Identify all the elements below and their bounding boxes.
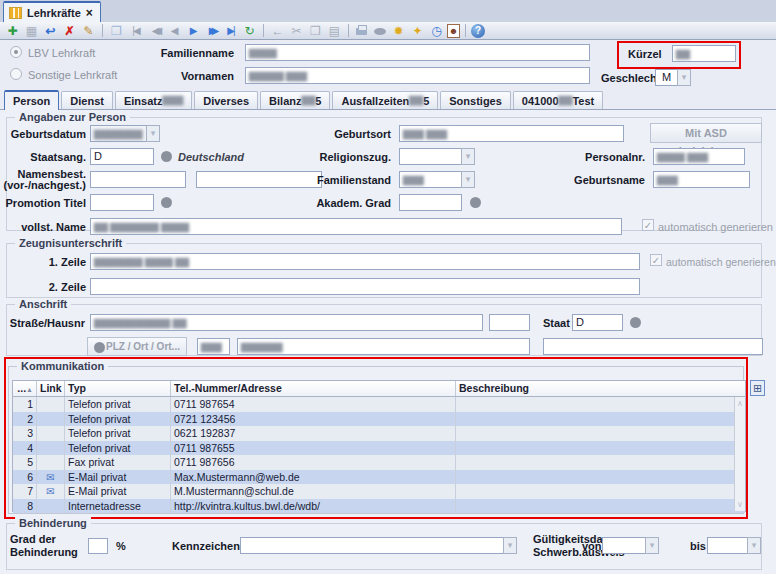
column-config-button[interactable]: ⊞ — [750, 380, 765, 396]
table-row[interactable]: 4 Telefon privat 0711 987655 — [13, 441, 745, 456]
tab-person[interactable]: Person — [4, 90, 59, 110]
table-row[interactable]: 8 Internetadresse http://kvintra.kultus.… — [13, 499, 745, 514]
view-icon[interactable] — [371, 23, 388, 39]
tab-test[interactable]: 041000▇▇Test — [513, 91, 603, 109]
tab-sonstiges[interactable]: Sonstiges — [440, 91, 511, 109]
staat-picker-icon[interactable] — [630, 317, 641, 328]
autogen-checkbox[interactable]: ✓ — [642, 219, 654, 231]
von-field[interactable] — [602, 537, 646, 554]
zeugnis-autogen-checkbox[interactable]: ✓ — [650, 254, 662, 266]
tab-bilanz[interactable]: Bilanz ▇▇5 — [260, 91, 330, 109]
bis-field[interactable] — [707, 537, 748, 554]
zeile2-field[interactable] — [90, 278, 640, 295]
table-row[interactable]: 7 ✉ E-Mail privat M.Mustermann@schul.de — [13, 484, 745, 499]
kennzeichen-dropdown-icon[interactable]: ▾ — [503, 537, 517, 554]
promotion-picker-icon[interactable] — [161, 197, 172, 208]
hint-icon[interactable]: ✹ — [390, 23, 407, 39]
geschlecht-field[interactable]: M — [655, 69, 678, 86]
table-row[interactable]: 5 Fax privat 0711 987656 — [13, 455, 745, 470]
table-row[interactable]: 2 Telefon privat 0721 123456 — [13, 412, 745, 427]
adresszusatz-field[interactable] — [543, 338, 763, 355]
namensbest-vor-field[interactable] — [90, 171, 186, 188]
geburtsdatum-field[interactable]: ▇▇▇▇▇▇▇ — [90, 125, 147, 142]
header-col-link[interactable]: Link — [37, 381, 65, 396]
vollst-name-field[interactable]: ▇▇ ▇▇▇▇▇▇▇ ▇▇▇▇ — [90, 218, 622, 235]
personalnr-field[interactable]: ▇▇▇▇ ▇▇▇ — [653, 148, 745, 165]
plz-ort-button[interactable]: PLZ / Ort / Ort... — [87, 337, 187, 356]
reminder-icon[interactable]: ◷ — [428, 23, 445, 39]
table-row[interactable]: 6 ✉ E-Mail privat Max.Mustermann@web.de — [13, 470, 745, 485]
scroll-down-icon[interactable]: ∨ — [735, 500, 745, 509]
header-col-beschreibung[interactable]: Beschreibung — [456, 381, 745, 396]
asd-abgleichen-button[interactable]: Mit ASD abgleichen... — [650, 123, 762, 143]
back-icon[interactable]: ← — [269, 23, 286, 39]
undo-icon[interactable]: ↩ — [42, 23, 59, 39]
new-record-icon[interactable]: ✚ — [4, 23, 21, 39]
ort-field[interactable]: ▇▇▇▇▇▇ — [237, 338, 530, 355]
prev-icon[interactable]: ◀ — [165, 23, 182, 39]
label-familienname: Familienname — [150, 47, 234, 59]
copy-icon[interactable]: ❐ — [307, 23, 324, 39]
zeile1-field[interactable]: ▇▇▇▇▇▇▇ ▇▇▇▇ ▇▇ — [90, 253, 640, 270]
akadem-grad-field[interactable] — [399, 194, 462, 211]
radio-sonstige-lehrkraft[interactable] — [10, 68, 22, 80]
fast-next-icon[interactable]: ▶▶ — [203, 23, 220, 39]
copy-record-icon[interactable]: ❐ — [108, 23, 125, 39]
tab-diverses[interactable]: Diverses — [194, 91, 258, 109]
religionszug-field[interactable] — [399, 148, 462, 165]
staatsang-field[interactable]: D — [90, 148, 154, 165]
familienname-field[interactable]: ▇▇▇▇ — [245, 44, 590, 61]
radio-lbv-lehrkraft[interactable] — [10, 46, 22, 58]
label-familienstand: Familienstand — [313, 174, 391, 186]
geburtsort-field[interactable]: ▇▇▇ ▇▇▇ — [399, 125, 624, 142]
last-record-icon[interactable]: ▶| — [222, 23, 239, 39]
paste-icon[interactable]: ▤ — [326, 23, 343, 39]
fast-prev-icon[interactable]: ◀◀ — [146, 23, 163, 39]
staatsang-picker-icon[interactable] — [161, 151, 172, 162]
header-col-sort[interactable]: ...▲ — [13, 381, 37, 396]
tab-lehrkraefte[interactable]: Lehrkräfte × — [3, 1, 101, 22]
bis-dropdown-icon[interactable]: ▾ — [747, 537, 761, 554]
strasse-field[interactable]: ▇▇▇▇▇▇▇▇▇▇▇ ▇▇ — [90, 314, 483, 331]
von-dropdown-icon[interactable]: ▾ — [645, 537, 659, 554]
edit-icon[interactable]: ✎ — [80, 23, 97, 39]
tab-ausfallzeiten[interactable]: Ausfallzeiten ▇▇5 — [332, 91, 438, 109]
print-icon[interactable] — [354, 23, 369, 39]
help-icon[interactable]: ? — [471, 24, 485, 38]
scroll-up-icon[interactable]: ∧ — [735, 399, 745, 408]
save-icon[interactable]: ▦ — [23, 23, 40, 39]
next-icon[interactable]: ▶ — [184, 23, 201, 39]
geburtsdatum-dropdown-icon[interactable]: ▾ — [146, 125, 160, 142]
geschlecht-dropdown-icon[interactable]: ▾ — [677, 69, 691, 86]
kuerzel-field[interactable]: ▇▇ — [672, 45, 736, 62]
table-row[interactable]: 3 Telefon privat 0621 192837 — [13, 426, 745, 441]
familienstand-dropdown-icon[interactable]: ▾ — [461, 171, 475, 188]
kennzeichen-field[interactable] — [240, 537, 504, 554]
hausnr-zusatz-field[interactable] — [489, 314, 530, 331]
table-row[interactable]: 1 Telefon privat 0711 987654 — [13, 397, 745, 412]
plz-field[interactable]: ▇▇▇ — [197, 338, 230, 355]
cut-icon[interactable]: ✂ — [288, 23, 305, 39]
contact-icon[interactable]: ☻ — [447, 24, 460, 38]
delete-icon[interactable]: ✗ — [61, 23, 78, 39]
religionszug-dropdown-icon[interactable]: ▾ — [461, 148, 475, 165]
tab-dienst[interactable]: Dienst — [61, 91, 113, 109]
refresh-icon[interactable]: ↻ — [241, 23, 258, 39]
staat-field[interactable]: D — [572, 314, 623, 331]
announce-icon[interactable]: ✦ — [409, 23, 426, 39]
akadem-grad-picker-icon[interactable] — [470, 197, 481, 208]
vornamen-field[interactable]: ▇▇▇▇▇ ▇▇▇ — [245, 67, 590, 84]
row-beschreibung — [456, 470, 745, 485]
familienstand-field[interactable]: ▇▇▇ — [399, 171, 462, 188]
first-record-icon[interactable]: |◀ — [127, 23, 144, 39]
table-scrollbar[interactable]: ∧ ∨ — [734, 397, 745, 511]
promotion-titel-field[interactable] — [90, 194, 154, 211]
grad-field[interactable] — [88, 538, 108, 554]
namensbest-nach-field[interactable] — [196, 171, 322, 188]
close-tab-icon[interactable]: × — [86, 7, 93, 19]
tab-einsatz[interactable]: Einsatz ▇▇▇ — [115, 91, 192, 109]
geburtsname-field[interactable]: ▇▇▇ — [653, 171, 750, 188]
header-col-typ[interactable]: Typ — [65, 381, 171, 396]
kommunikation-table[interactable]: ...▲ Link Typ Tel.-Nummer/Adresse Beschr… — [12, 380, 746, 512]
header-col-adresse[interactable]: Tel.-Nummer/Adresse — [171, 381, 456, 396]
